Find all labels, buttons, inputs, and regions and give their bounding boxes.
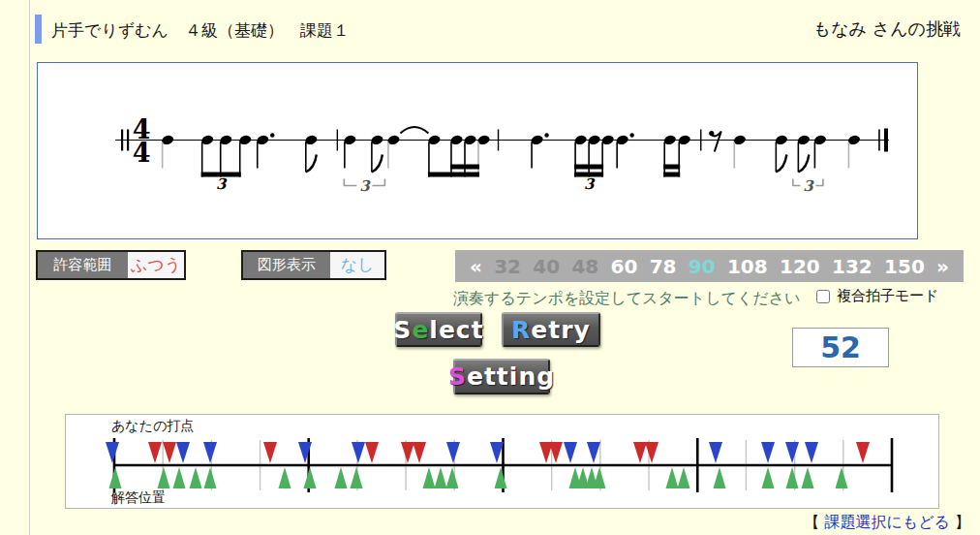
retry-button-text: R xyxy=(511,316,531,344)
answer-marker xyxy=(173,467,186,488)
answer-marker xyxy=(802,467,814,488)
eighth-flag xyxy=(776,155,786,173)
tempo-option-78[interactable]: 78 xyxy=(650,257,677,276)
your-taps-label: あなたの打点 xyxy=(111,418,194,435)
answer-marker xyxy=(109,467,122,488)
tap-marker-red xyxy=(148,442,162,463)
beam xyxy=(663,165,680,170)
answer-marker xyxy=(435,467,447,488)
time-signature-bottom: 4 xyxy=(133,138,151,168)
tolerance-control[interactable]: 許容範囲 ふつう xyxy=(36,250,186,280)
eighth-flag xyxy=(798,155,809,173)
answer-marker xyxy=(335,467,348,488)
tempo-option-120[interactable]: 120 xyxy=(780,257,820,276)
select-button[interactable]: Select xyxy=(395,312,482,347)
tap-marker-blue xyxy=(785,442,799,463)
answer-marker xyxy=(279,467,291,488)
setting-button-text: etting xyxy=(467,362,555,391)
rhythm-score-notation: 443333 xyxy=(38,63,917,238)
beam xyxy=(574,165,603,170)
tap-marker-red xyxy=(856,442,870,463)
shape-display-label: 図形表示 xyxy=(243,252,330,278)
tempo-option-48[interactable]: 48 xyxy=(571,257,598,276)
triplet-number: 3 xyxy=(803,177,814,195)
tap-marker-red xyxy=(645,442,658,463)
tap-marker-blue xyxy=(490,442,504,463)
select-button-text: lect xyxy=(429,316,483,344)
tempo-bar: « 324048607890108120132150» xyxy=(455,250,964,282)
answer-marker xyxy=(762,467,775,488)
answer-marker xyxy=(786,467,799,488)
back-link-row: 【 課題選択にもどる 】 xyxy=(765,513,970,533)
eighth-flag xyxy=(372,155,383,173)
shape-display-value[interactable]: なし xyxy=(330,252,384,278)
beam xyxy=(428,173,479,177)
triplet-number: 3 xyxy=(216,175,228,193)
setting-button[interactable]: Setting xyxy=(453,359,550,394)
tap-marker-red xyxy=(401,442,414,463)
tap-marker-blue xyxy=(203,442,217,463)
numeric-display: 52 xyxy=(792,328,889,367)
triplet-number: 3 xyxy=(584,175,596,193)
answer-marker xyxy=(423,467,436,488)
final-barline xyxy=(884,128,888,151)
title-accent-bar xyxy=(35,15,42,44)
answer-marker xyxy=(304,467,317,488)
tempo-option-32[interactable]: 32 xyxy=(494,257,521,276)
answer-marker xyxy=(666,467,679,488)
tap-marker-blue xyxy=(106,442,119,463)
tap-marker-blue xyxy=(709,442,722,463)
augmentation-dot xyxy=(270,133,274,137)
shape-display-control[interactable]: 図形表示 なし xyxy=(241,250,386,280)
tap-marker-blue xyxy=(176,442,190,463)
augmentation-dot xyxy=(629,133,633,137)
tap-marker-blue xyxy=(446,442,460,463)
tap-marker-red xyxy=(263,442,277,463)
compound-meter-control[interactable]: 複合拍子モード xyxy=(816,287,939,305)
tap-marker-red xyxy=(633,442,647,463)
tap-marker-red xyxy=(413,442,426,463)
tolerance-label: 許容範囲 xyxy=(38,252,128,278)
tap-marker-blue xyxy=(805,442,818,463)
tap-marker-blue xyxy=(761,442,775,463)
tap-marker-blue xyxy=(564,442,577,463)
results-timeline xyxy=(66,415,938,508)
instruction-text: 演奏するテンポを設定してスタートしてください xyxy=(453,289,800,309)
answer-marker xyxy=(351,467,363,488)
tempo-prev-button[interactable]: « xyxy=(470,257,482,276)
tempo-option-90-selected[interactable]: 90 xyxy=(689,257,716,276)
beam xyxy=(450,165,479,170)
results-panel: あなたの打点 解答位置 xyxy=(65,414,939,509)
select-button-text: e xyxy=(412,316,429,344)
tie xyxy=(400,127,428,134)
eighth-flag xyxy=(306,155,317,173)
tempo-option-108[interactable]: 108 xyxy=(727,257,768,276)
user-challenge-label: もなみ さんの挑戦 xyxy=(678,17,961,41)
answer-marker xyxy=(446,467,459,488)
answer-marker xyxy=(158,467,170,488)
back-to-task-selection-link[interactable]: 課題選択にもどる xyxy=(824,513,950,531)
tempo-option-40[interactable]: 40 xyxy=(533,257,560,276)
tempo-option-150[interactable]: 150 xyxy=(884,257,925,276)
compound-meter-checkbox[interactable] xyxy=(816,290,830,303)
page-title: 片手でりずむん ４級（基礎） 課題１ xyxy=(51,19,350,42)
numeric-display-value: 52 xyxy=(820,330,861,364)
tap-marker-red xyxy=(163,442,176,463)
tempo-next-button[interactable]: » xyxy=(936,257,949,276)
answer-marker xyxy=(204,467,217,488)
compound-meter-label: 複合拍子モード xyxy=(837,287,939,305)
tempo-option-60[interactable]: 60 xyxy=(611,257,638,276)
select-button-text: S xyxy=(393,316,412,344)
beam xyxy=(663,173,680,177)
back-link-bracket-close: 】 xyxy=(950,513,970,531)
tolerance-value[interactable]: ふつう xyxy=(128,252,184,278)
augmentation-dot xyxy=(544,133,548,137)
retry-button[interactable]: Retry xyxy=(502,312,600,347)
rhythm-score-box: 443333 xyxy=(37,62,918,239)
answer-marker xyxy=(678,467,690,488)
answer-marker xyxy=(495,467,507,488)
answer-marker xyxy=(190,467,202,488)
tap-marker-red xyxy=(365,442,379,463)
tap-marker-blue xyxy=(352,442,365,463)
tempo-option-132[interactable]: 132 xyxy=(832,257,873,276)
